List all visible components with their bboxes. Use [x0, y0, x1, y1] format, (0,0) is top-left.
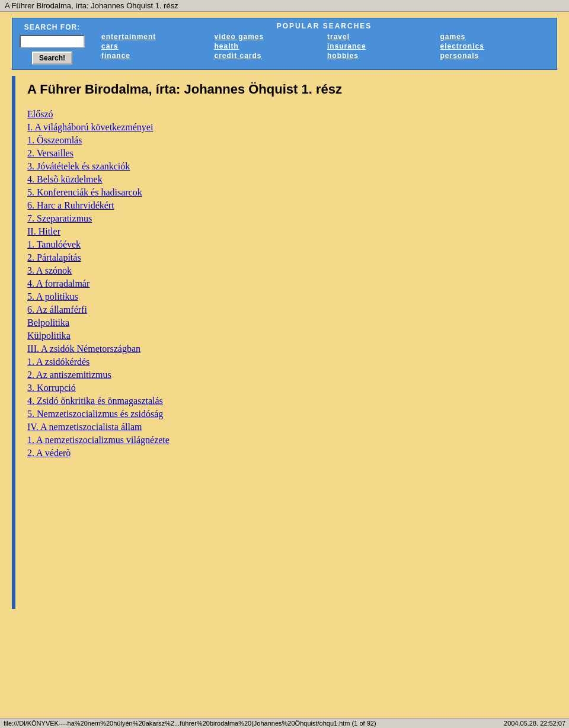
browser-title-bar: A Führer Birodalma, írta: Johannes Öhqui…	[0, 0, 569, 12]
popular-link[interactable]: video games	[215, 33, 322, 41]
toc-item[interactable]: I. A világháború következményei	[27, 122, 545, 133]
toc-item[interactable]: 5. Nemzetiszocializmus és zsidóság	[27, 409, 545, 419]
toc-item[interactable]: 3. A szónok	[27, 265, 545, 276]
toc-item[interactable]: III. A zsidók Németországban	[27, 344, 545, 354]
popular-link[interactable]: games	[440, 33, 548, 41]
popular-link[interactable]: personals	[440, 52, 548, 60]
search-left-panel: SEARCH FOR: Search!	[12, 18, 92, 69]
popular-grid: entertainmentvideo gamestravelgamescarsh…	[101, 33, 547, 60]
search-input[interactable]	[20, 35, 85, 48]
popular-searches-panel: POPULAR SEARCHES entertainmentvideo game…	[92, 18, 557, 69]
toc-item[interactable]: 2. Versailles	[27, 148, 545, 159]
toc-item[interactable]: IV. A nemzetiszocialista állam	[27, 422, 545, 432]
toc-item[interactable]: 1. A nemzetiszocializmus világnézete	[27, 435, 545, 445]
toc-item[interactable]: Külpolitika	[27, 331, 545, 341]
popular-link[interactable]: insurance	[327, 42, 434, 50]
toc-item[interactable]: 2. Az antiszemitizmus	[27, 370, 545, 380]
search-banner: SEARCH FOR: Search! POPULAR SEARCHES ent…	[12, 18, 557, 70]
main-content: A Führer Birodalma, írta: Johannes Öhqui…	[15, 76, 557, 609]
popular-link[interactable]: travel	[327, 33, 434, 41]
popular-link[interactable]: electronics	[440, 42, 548, 50]
toc-item[interactable]: 7. Szeparatizmus	[27, 213, 545, 224]
toc-item[interactable]: 1. Összeomlás	[27, 135, 545, 146]
popular-searches-title: POPULAR SEARCHES	[101, 22, 547, 30]
toc-item[interactable]: 1. Tanulóévek	[27, 239, 545, 250]
search-for-label: SEARCH FOR:	[24, 23, 80, 31]
content-area: A Führer Birodalma, írta: Johannes Öhqui…	[12, 76, 557, 609]
toc-item[interactable]: 3. Jóvátételek és szankciók	[27, 161, 545, 172]
toc-item[interactable]: Előszó	[27, 109, 545, 120]
search-button[interactable]: Search!	[32, 52, 72, 65]
popular-link[interactable]: cars	[101, 42, 209, 50]
toc-item[interactable]: 5. A politikus	[27, 291, 545, 302]
toc-item[interactable]: 4. Belsõ küzdelmek	[27, 174, 545, 185]
popular-link[interactable]: credit cards	[215, 52, 322, 60]
popular-link[interactable]: health	[215, 42, 322, 50]
toc-item[interactable]: 4. A forradalmár	[27, 278, 545, 289]
toc-item[interactable]: 4. Zsidó önkritika és önmagasztalás	[27, 396, 545, 406]
toc-item[interactable]: II. Hitler	[27, 226, 545, 237]
popular-link[interactable]: hobbies	[327, 52, 434, 60]
table-of-contents: ElőszóI. A világháború következményei1. …	[27, 109, 545, 458]
toc-item[interactable]: 3. Korrupció	[27, 383, 545, 393]
browser-title-text: A Führer Birodalma, írta: Johannes Öhqui…	[5, 1, 178, 10]
toc-item[interactable]: 6. Harc a Ruhrvidékért	[27, 200, 545, 211]
popular-link[interactable]: finance	[101, 52, 209, 60]
toc-item[interactable]: 1. A zsidókérdés	[27, 357, 545, 367]
toc-item[interactable]: 2. Pártalapítás	[27, 252, 545, 263]
toc-item[interactable]: 6. Az államférfi	[27, 304, 545, 315]
popular-link[interactable]: entertainment	[101, 33, 209, 41]
toc-item[interactable]: Belpolitika	[27, 318, 545, 328]
toc-item[interactable]: 2. A véderõ	[27, 448, 545, 458]
toc-item[interactable]: 5. Konferenciák és hadisarcok	[27, 187, 545, 198]
page-title: A Führer Birodalma, írta: Johannes Öhqui…	[27, 82, 545, 97]
